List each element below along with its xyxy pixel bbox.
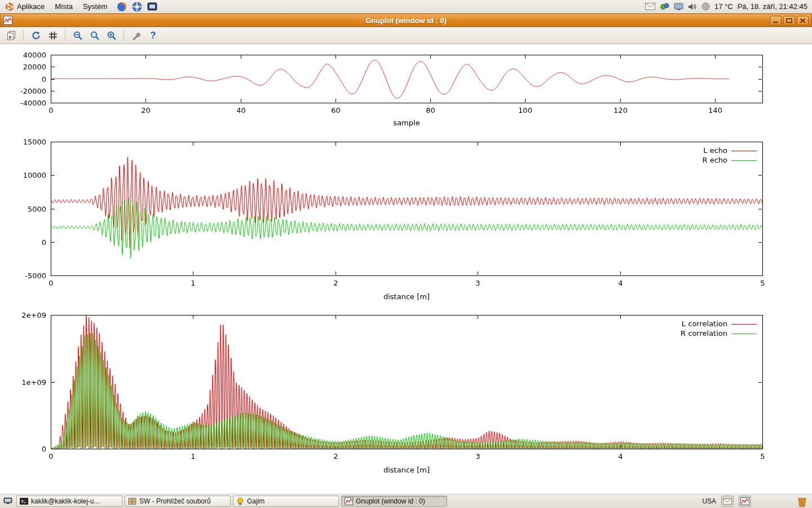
tray-mail-button[interactable] — [721, 496, 734, 507]
temperature-label: 17 °C — [714, 2, 733, 11]
show-desktop-icon — [3, 497, 12, 505]
clock-label[interactable]: Pá, 18. září, 21:42:45 — [738, 2, 807, 11]
toggle-grid-button[interactable] — [45, 29, 60, 42]
toolbar-separator — [65, 30, 65, 41]
window-controls — [770, 16, 809, 25]
window-title: Gnuplot (window id : 0) — [1, 16, 811, 25]
zoom-next-button[interactable] — [87, 29, 102, 42]
plot-area — [0, 44, 812, 494]
tray-gnuplot-icon — [740, 497, 749, 505]
grid-icon — [48, 30, 58, 41]
menu-system-label: Systém — [83, 2, 107, 11]
users-status-icon[interactable] — [660, 2, 669, 11]
firefox-icon[interactable] — [117, 2, 127, 12]
show-desktop-button[interactable] — [2, 496, 14, 507]
trash-icon[interactable] — [796, 496, 808, 507]
zoom-previous-icon — [73, 30, 83, 41]
weather-icon[interactable] — [701, 2, 710, 11]
gajim-icon — [236, 497, 244, 505]
file-manager-icon — [128, 497, 136, 505]
display-settings-icon[interactable] — [674, 3, 683, 11]
refresh-icon — [31, 30, 41, 41]
taskbar-item-file-manager[interactable]: SW - Prohlížeč souborů — [125, 496, 231, 507]
gnuplot-toolbar: ? — [0, 27, 812, 44]
gnuplot-task-icon — [345, 497, 353, 505]
toolbar-separator — [123, 30, 124, 41]
screenshot-tool-icon[interactable] — [147, 2, 157, 12]
replot-button[interactable] — [28, 29, 43, 42]
settings-button[interactable] — [129, 29, 144, 42]
sample-waveform-chart[interactable] — [0, 45, 812, 134]
top-panel: Aplikace Místa Systém — [0, 0, 812, 14]
bottom-taskbar: kaklik@kaklik-kolej-u... SW - Prohlížeč … — [0, 494, 812, 508]
help-icon: ? — [151, 30, 156, 41]
mail-notification-icon[interactable] — [645, 3, 655, 10]
window-titlebar[interactable]: Gnuplot (window id : 0) — [0, 14, 812, 27]
taskbar-item-label: Gajim — [247, 497, 264, 505]
correlation-chart[interactable] — [0, 309, 812, 481]
gnuplot-window-icon — [3, 16, 12, 25]
wrench-icon — [131, 30, 142, 41]
tray-mail-icon — [723, 498, 732, 505]
volume-icon[interactable] — [688, 3, 697, 11]
close-button[interactable] — [797, 16, 809, 25]
terminal-icon — [20, 497, 28, 505]
taskbar-tray: USA — [702, 496, 810, 507]
menu-places-label: Místa — [55, 2, 73, 11]
menu-places[interactable]: Místa — [50, 0, 78, 13]
menu-applications-label: Aplikace — [17, 2, 45, 11]
panel-launchers — [117, 2, 157, 12]
copy-icon — [6, 30, 16, 41]
tray-gnuplot-button[interactable] — [739, 496, 751, 507]
zoom-previous-button[interactable] — [70, 29, 85, 42]
toolbar-separator — [23, 30, 24, 41]
unzoom-icon — [107, 30, 117, 41]
zoom-next-icon — [90, 30, 100, 41]
help-launcher-icon[interactable] — [132, 2, 142, 12]
taskbar-item-gnuplot[interactable]: Gnuplot (window id : 0) — [341, 496, 447, 507]
taskbar-item-label: Gnuplot (window id : 0) — [356, 497, 425, 505]
menu-system[interactable]: Systém — [78, 0, 112, 13]
panel-status-area: 17 °C Pá, 18. září, 21:42:45 — [645, 2, 812, 11]
menu-applications[interactable]: Aplikace — [0, 0, 50, 13]
maximize-button[interactable] — [783, 16, 795, 25]
echo-chart[interactable] — [0, 135, 812, 308]
taskbar-item-terminal[interactable]: kaklik@kaklik-kolej-u... — [16, 496, 122, 507]
keyboard-layout-indicator[interactable]: USA — [702, 497, 716, 505]
unzoom-button[interactable] — [104, 29, 119, 42]
help-button[interactable]: ? — [145, 29, 161, 42]
taskbar-item-label: kaklik@kaklik-kolej-u... — [31, 497, 100, 505]
taskbar-item-label: SW - Prohlížeč souborů — [139, 497, 211, 505]
taskbar-item-gajim[interactable]: Gajim — [233, 496, 339, 507]
copy-to-clipboard-button[interactable] — [3, 29, 19, 42]
ubuntu-logo-icon — [5, 2, 14, 11]
minimize-button[interactable] — [770, 16, 782, 25]
